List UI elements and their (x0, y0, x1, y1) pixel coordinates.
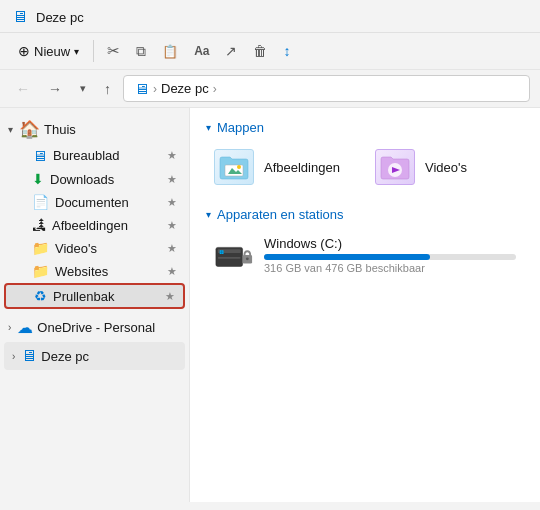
folder-item-afbeeldingen[interactable]: Afbeeldingen (206, 143, 363, 191)
videos-name: Video's (425, 160, 467, 175)
sidebar-section-onedrive: › ☁ OneDrive - Personal (0, 315, 189, 340)
forward-button[interactable]: → (42, 78, 68, 100)
pin-icon: ★ (167, 149, 177, 162)
cut-button[interactable]: ✂ (100, 38, 127, 64)
address-path[interactable]: 🖥 › Deze pc › (123, 75, 530, 102)
bureaublad-icon: 🖥 (32, 147, 47, 164)
sidebar-item-videos[interactable]: 📁 Video's ★ (4, 237, 185, 259)
sort-button[interactable]: ↕ (276, 39, 297, 63)
thuis-icon: 🏠 (19, 119, 40, 140)
titlebar-title: Deze pc (36, 10, 84, 25)
videos-thumb (375, 149, 415, 185)
windows-c-thumb (214, 237, 254, 273)
prullenbak-icon: ♻ (34, 288, 47, 304)
pin-icon-4: ★ (167, 219, 177, 232)
content-area: ▾ Mappen Afbeeldingen (190, 108, 540, 502)
paste-button[interactable]: 📋 (155, 40, 185, 63)
chevron-deze-pc-icon: › (12, 351, 15, 362)
afbeeldingen-label: Afbeeldingen (52, 218, 161, 233)
pin-icon-7: ★ (165, 290, 175, 303)
downloads-icon: ⬇ (32, 171, 44, 187)
drives-section: Windows (C:) 316 GB van 476 GB beschikba… (206, 230, 524, 280)
title-bar: 🖥 Deze pc (0, 0, 540, 33)
downloads-label: Downloads (50, 172, 161, 187)
chevron-apparaten-icon: ▾ (206, 209, 211, 220)
afbeeldingen-icon: 🏞 (32, 217, 46, 233)
svg-rect-7 (218, 257, 241, 259)
recent-button[interactable]: ▾ (74, 79, 92, 98)
folder-grid: Afbeeldingen Video's (206, 143, 524, 191)
pin-icon-2: ★ (167, 173, 177, 186)
sidebar-item-afbeeldingen[interactable]: 🏞 Afbeeldingen ★ (4, 214, 185, 236)
drive-icon (214, 237, 254, 273)
sidebar-thuis-header[interactable]: ▾ 🏠 Thuis (0, 116, 189, 143)
sidebar-item-downloads[interactable]: ⬇ Downloads ★ (4, 168, 185, 190)
mappen-section-title: ▾ Mappen (206, 120, 524, 135)
rename-button[interactable]: Aa (187, 40, 216, 62)
pin-icon-6: ★ (167, 265, 177, 278)
documenten-icon: 📄 (32, 194, 49, 210)
pin-icon-3: ★ (167, 196, 177, 209)
toolbar: ⊕ Nieuw ▾ ✂ ⧉ 📋 Aa ↗ 🗑 ↕ (0, 33, 540, 70)
prullenbak-label: Prullenbak (53, 289, 159, 304)
drive-info: Windows (C:) 316 GB van 476 GB beschikba… (264, 236, 516, 274)
drive-bar-container (264, 254, 516, 260)
chevron-mappen-icon: ▾ (206, 122, 211, 133)
sidebar: ▾ 🏠 Thuis 🖥 Bureaublad ★ ⬇ Downloads ★ 📄… (0, 108, 190, 502)
drive-item-windows-c[interactable]: Windows (C:) 316 GB van 476 GB beschikba… (206, 230, 524, 280)
thuis-label: Thuis (44, 122, 76, 137)
bureaublad-label: Bureaublad (53, 148, 161, 163)
deze-pc-icon: 🖥 (21, 347, 37, 365)
toolbar-separator (93, 40, 94, 62)
websites-icon: 📁 (32, 263, 49, 279)
afbeeldingen-thumb (214, 149, 254, 185)
sidebar-item-websites[interactable]: 📁 Websites ★ (4, 260, 185, 282)
path-separator: › (153, 82, 157, 96)
sidebar-section-thuis: ▾ 🏠 Thuis 🖥 Bureaublad ★ ⬇ Downloads ★ 📄… (0, 116, 189, 309)
videos-icon: 📁 (32, 240, 49, 256)
chevron-down-icon: ▾ (74, 46, 79, 57)
documenten-label: Documenten (55, 195, 161, 210)
path-separator-2: › (213, 82, 217, 96)
videos-label: Video's (55, 241, 161, 256)
plus-icon: ⊕ (18, 43, 30, 59)
apparaten-section-title: ▾ Apparaten en stations (206, 207, 524, 222)
drive-name: Windows (C:) (264, 236, 516, 251)
folder-item-videos[interactable]: Video's (367, 143, 524, 191)
share-button[interactable]: ↗ (218, 39, 244, 63)
onedrive-icon: ☁ (17, 318, 33, 337)
new-button[interactable]: ⊕ Nieuw ▾ (10, 39, 87, 63)
afbeeldingen-name: Afbeeldingen (264, 160, 340, 175)
deze-pc-label: Deze pc (41, 349, 89, 364)
path-deze-pc: Deze pc (161, 81, 209, 96)
videos-folder-icon (379, 153, 411, 181)
sidebar-section-deze-pc: › 🖥 Deze pc (4, 342, 185, 370)
drive-info-text: 316 GB van 476 GB beschikbaar (264, 262, 516, 274)
sidebar-item-documenten[interactable]: 📄 Documenten ★ (4, 191, 185, 213)
sidebar-onedrive-header[interactable]: › ☁ OneDrive - Personal (0, 315, 189, 340)
path-pc-icon: 🖥 (134, 80, 149, 97)
back-button[interactable]: ← (10, 78, 36, 100)
onedrive-label: OneDrive - Personal (37, 320, 155, 335)
svg-point-2 (237, 165, 241, 169)
up-button[interactable]: ↑ (98, 78, 117, 100)
websites-label: Websites (55, 264, 161, 279)
copy-button[interactable]: ⧉ (129, 39, 153, 64)
pin-icon-5: ★ (167, 242, 177, 255)
sidebar-deze-pc-header[interactable]: › 🖥 Deze pc (4, 342, 185, 370)
svg-point-12 (246, 257, 249, 260)
address-bar: ← → ▾ ↑ 🖥 › Deze pc › (0, 70, 540, 108)
afbeeldingen-folder-icon (218, 153, 250, 181)
drive-bar (264, 254, 430, 260)
chevron-thuis-icon: ▾ (8, 124, 13, 135)
sidebar-item-prullenbak[interactable]: ♻ Prullenbak ★ (4, 283, 185, 309)
delete-button[interactable]: 🗑 (246, 39, 274, 63)
titlebar-icon: 🖥 (12, 8, 28, 26)
chevron-onedrive-icon: › (8, 322, 11, 333)
main-layout: ▾ 🏠 Thuis 🖥 Bureaublad ★ ⬇ Downloads ★ 📄… (0, 108, 540, 502)
sidebar-item-bureaublad[interactable]: 🖥 Bureaublad ★ (4, 144, 185, 167)
